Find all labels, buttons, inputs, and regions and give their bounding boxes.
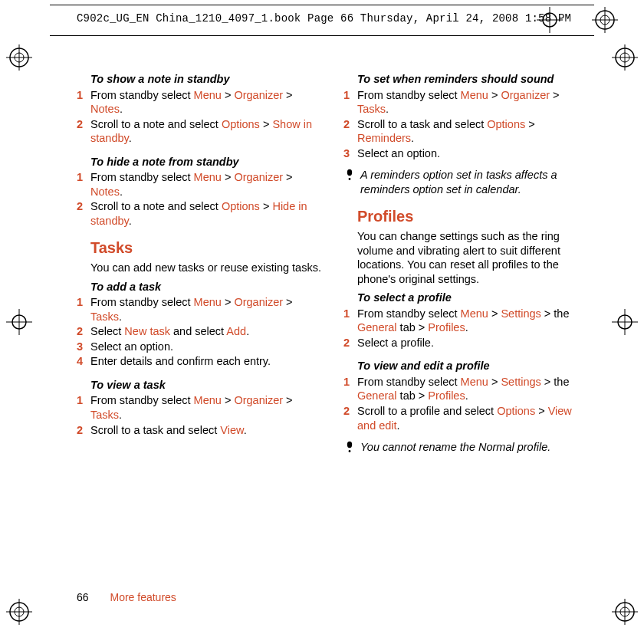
step: 2Select a profile.: [343, 336, 590, 350]
svg-point-2: [347, 442, 352, 448]
page-number: 66: [77, 591, 89, 603]
section-title: To select a profile: [357, 291, 590, 305]
step-number: 3: [343, 146, 357, 161]
section-name: More features: [110, 591, 176, 603]
step-text: From standby select Menu > Settings > th…: [357, 307, 590, 335]
step: 2Scroll to a note and select Options > S…: [77, 117, 324, 146]
step-text: From standby select Menu > Organizer > N…: [90, 88, 324, 117]
step: 4Enter details and confirm each entry.: [77, 354, 324, 369]
step-number: 3: [77, 340, 90, 354]
info-icon: [345, 440, 359, 455]
info-icon: [345, 168, 359, 196]
step-text: Scroll to a task and select Options > Re…: [357, 117, 590, 146]
header-text: C902c_UG_EN China_1210_4097_1.book Page …: [77, 12, 571, 25]
step: 2Scroll to a note and select Options > H…: [77, 199, 324, 228]
step-text: Select an option.: [90, 340, 324, 354]
note-callout: A reminders option set in tasks affects …: [345, 168, 590, 196]
step: 1From standby select Menu > Organizer > …: [77, 170, 324, 199]
step-number: 2: [77, 324, 90, 339]
step-text: Scroll to a note and select Options > Hi…: [90, 199, 324, 228]
step-number: 1: [77, 88, 90, 117]
body-columns: To show a note in standby 1From standby …: [77, 67, 590, 575]
step-number: 2: [343, 117, 357, 146]
footer: 66 More features: [77, 591, 176, 603]
step-number: 2: [343, 336, 357, 350]
registration-mark-icon: [6, 309, 32, 335]
step-text: From standby select Menu > Organizer > T…: [357, 88, 590, 117]
registration-mark-icon: [612, 599, 638, 625]
step-number: 4: [77, 354, 90, 369]
section-title: To view a task: [90, 378, 324, 393]
step-number: 1: [343, 375, 357, 403]
step-text: Select a profile.: [357, 336, 590, 350]
step-text: Enter details and confirm each entry.: [90, 354, 324, 369]
step-number: 1: [77, 295, 90, 324]
right-column: To set when reminders should sound 1From…: [343, 67, 590, 575]
section-title: To hide a note from standby: [90, 155, 324, 169]
svg-point-1: [349, 178, 351, 180]
step-text: Scroll to a profile and select Options >…: [357, 404, 590, 432]
step-text: From standby select Menu > Organizer > N…: [90, 170, 324, 199]
step-text: From standby select Menu > Organizer > T…: [90, 295, 324, 324]
step-number: 2: [343, 404, 357, 432]
left-column: To show a note in standby 1From standby …: [77, 67, 324, 575]
section-title: To set when reminders should sound: [357, 72, 590, 87]
svg-point-3: [349, 450, 351, 452]
step-number: 2: [77, 423, 90, 438]
note-text: You cannot rename the Normal profile.: [359, 440, 590, 455]
step: 2Select New task and select Add.: [77, 324, 324, 339]
intro-text: You can change settings such as the ring…: [357, 229, 590, 286]
registration-mark-icon: [6, 44, 32, 71]
svg-point-0: [347, 169, 352, 176]
step-number: 2: [77, 117, 90, 146]
step-text: From standby select Menu > Settings > th…: [357, 375, 590, 403]
note-text: A reminders option set in tasks affects …: [359, 168, 590, 196]
section-title: To view and edit a profile: [357, 359, 590, 373]
registration-mark-icon: [6, 599, 32, 625]
step-number: 1: [343, 307, 357, 335]
step: 1From standby select Menu > Organizer > …: [77, 295, 324, 324]
step: 1From standby select Menu > Organizer > …: [77, 88, 324, 117]
step: 1From standby select Menu > Organizer > …: [77, 393, 324, 422]
intro-text: You can add new tasks or reuse existing …: [90, 261, 324, 275]
page: C902c_UG_EN China_1210_4097_1.book Page …: [0, 0, 644, 644]
registration-mark-icon: [537, 7, 563, 33]
step-number: 1: [77, 170, 90, 199]
section-title: To show a note in standby: [90, 72, 324, 87]
step-text: Select New task and select Add.: [90, 324, 324, 339]
step: 1From standby select Menu > Organizer > …: [343, 88, 590, 117]
step-text: Scroll to a note and select Options > Sh…: [90, 117, 324, 146]
step-number: 2: [77, 199, 90, 228]
step: 3Select an option.: [343, 146, 590, 161]
registration-mark-icon: [612, 44, 638, 71]
registration-mark-icon: [612, 309, 638, 335]
note-callout: You cannot rename the Normal profile.: [345, 440, 590, 455]
step: 2Scroll to a task and select View.: [77, 423, 324, 438]
step-number: 1: [77, 393, 90, 422]
heading-profiles: Profiles: [357, 207, 590, 227]
header-rule: [50, 5, 594, 5]
heading-tasks: Tasks: [90, 238, 324, 258]
step: 1From standby select Menu > Settings > t…: [343, 375, 590, 403]
section-title: To add a task: [90, 280, 324, 294]
header-rule: [50, 35, 594, 36]
step: 1From standby select Menu > Settings > t…: [343, 307, 590, 335]
step: 2Scroll to a task and select Options > R…: [343, 117, 590, 146]
step-text: Scroll to a task and select View.: [90, 423, 324, 438]
step-text: Select an option.: [357, 146, 590, 161]
step-text: From standby select Menu > Organizer > T…: [90, 393, 324, 422]
step: 2Scroll to a profile and select Options …: [343, 404, 590, 432]
registration-mark-icon: [592, 7, 618, 33]
step-number: 1: [343, 88, 357, 117]
step: 3Select an option.: [77, 340, 324, 354]
